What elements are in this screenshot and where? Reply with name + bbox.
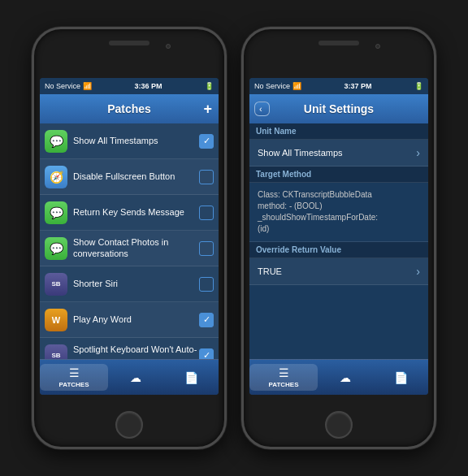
- cloud-tab-icon-2: ☁: [340, 371, 351, 384]
- news-tab-icon: 📄: [184, 371, 198, 384]
- tab-news[interactable]: 📄: [163, 371, 219, 384]
- phone-1-camera: [166, 44, 171, 49]
- list-item-label: Show All Timestamps: [73, 136, 199, 146]
- phone-2-title: Unit Settings: [304, 102, 374, 115]
- phone-2-camera: [375, 44, 380, 49]
- phone-1-list: 💬 Show All Timestamps ✓ 🧭 Disable Fullsc…: [40, 123, 219, 359]
- checkbox-2[interactable]: [199, 170, 214, 184]
- patches-tab-label-2: PATCHES: [268, 381, 298, 388]
- override-arrow-icon: ›: [416, 265, 420, 278]
- phone-1-screen: No Service 📶 3:36 PM 🔋 Patches + 💬 Show …: [40, 78, 219, 395]
- tab-news-2[interactable]: 📄: [373, 371, 428, 384]
- phone-2-status-bar: No Service 📶 3:37 PM 🔋: [249, 78, 428, 94]
- phone-1-title: Patches: [107, 102, 151, 115]
- phone-2-time: 3:37 PM: [344, 82, 372, 90]
- list-item-label: Disable Fullscreen Button: [73, 171, 199, 182]
- phone-2-screen: No Service 📶 3:37 PM 🔋 ‹ Unit Settings U…: [249, 78, 428, 395]
- checkbox-7[interactable]: ✓: [199, 348, 214, 360]
- list-item[interactable]: SB Spotlight Keyboard Won't Auto-open ✓: [40, 338, 219, 359]
- messages-icon-3: 💬: [45, 237, 67, 260]
- back-button[interactable]: ‹: [254, 102, 270, 116]
- unit-name-value: Show All Timestamps: [258, 148, 343, 158]
- patches-tab-icon: ☰: [69, 366, 80, 379]
- phone-2-battery: 🔋: [414, 82, 423, 90]
- list-item[interactable]: SB Shorter Siri: [40, 266, 219, 302]
- list-item[interactable]: 💬 Return Key Sends Message: [40, 195, 219, 231]
- phone-2-status-left: No Service 📶: [254, 82, 301, 90]
- checkmark: ✓: [203, 136, 210, 145]
- section-target-method: Target Method: [249, 167, 428, 183]
- list-item[interactable]: 💬 Show Contact Photos in conversations: [40, 231, 219, 266]
- checkbox-5[interactable]: [199, 277, 214, 292]
- list-item[interactable]: 💬 Show All Timestamps ✓: [40, 123, 219, 159]
- news-tab-icon-2: 📄: [394, 371, 408, 384]
- phone-1-add-button[interactable]: +: [203, 101, 212, 118]
- override-value: TRUE: [258, 266, 282, 276]
- override-row[interactable]: TRUE ›: [249, 258, 428, 285]
- siri-icon: SB: [45, 273, 67, 296]
- phone-2-home-button[interactable]: [325, 411, 353, 439]
- settings-content: Unit Name Show All Timestamps › Target M…: [249, 123, 428, 359]
- cloud-tab-icon: ☁: [130, 371, 141, 384]
- target-method-value: Class: CKTranscriptBubbleDatamethod: - (…: [249, 183, 428, 242]
- battery-icon: 🔋: [205, 82, 214, 90]
- battery-icon-2: 🔋: [414, 82, 423, 90]
- phone-2-title-bar: ‹ Unit Settings: [249, 94, 428, 123]
- checkbox-6[interactable]: ✓: [199, 313, 214, 327]
- list-item-label: Show Contact Photos in conversations: [73, 237, 199, 258]
- wifi-icon: 📶: [83, 82, 92, 90]
- list-item-label: Spotlight Keyboard Won't Auto-open: [73, 344, 199, 359]
- checkbox-1[interactable]: ✓: [199, 134, 214, 149]
- phone-1-home-button[interactable]: [115, 411, 143, 439]
- checkmark: ✓: [203, 351, 210, 359]
- list-item-label: Shorter Siri: [73, 279, 199, 289]
- tab-cloud[interactable]: ☁: [108, 371, 163, 384]
- no-service-label-2: No Service: [254, 82, 290, 90]
- phone-2: No Service 📶 3:37 PM 🔋 ‹ Unit Settings U…: [241, 27, 436, 449]
- list-item-label: Play Any Word: [73, 314, 199, 325]
- phone-1-status-bar: No Service 📶 3:36 PM 🔋: [40, 78, 219, 94]
- phone-1-tab-bar: ☰ PATCHES ☁ 📄: [40, 359, 219, 395]
- phone-1-title-bar: Patches +: [40, 94, 219, 123]
- messages-icon-1: 💬: [45, 130, 67, 153]
- list-item[interactable]: 🧭 Disable Fullscreen Button: [40, 159, 219, 195]
- phone-1-status-left: No Service 📶: [45, 82, 92, 90]
- tab-patches-2[interactable]: ☰ PATCHES: [249, 364, 318, 391]
- row-arrow-icon: ›: [416, 146, 420, 159]
- checkbox-4[interactable]: [199, 241, 214, 256]
- no-service-label: No Service: [45, 82, 80, 90]
- wifi-icon-2: 📶: [292, 82, 301, 90]
- list-item-label: Return Key Sends Message: [73, 207, 199, 218]
- phone-2-speaker: [318, 41, 359, 45]
- unit-name-row[interactable]: Show All Timestamps ›: [249, 140, 428, 167]
- tab-patches[interactable]: ☰ PATCHES: [40, 364, 108, 391]
- section-override: Override Return Value: [249, 242, 428, 258]
- phone-1-time: 3:36 PM: [135, 82, 162, 90]
- checkbox-3[interactable]: [199, 206, 214, 220]
- patches-tab-icon-2: ☰: [279, 366, 289, 379]
- words-icon: W: [45, 309, 67, 331]
- section-unit-name: Unit Name: [249, 123, 428, 140]
- checkmark: ✓: [203, 315, 210, 324]
- safari-icon: 🧭: [45, 166, 67, 188]
- phone-2-tab-bar: ☰ PATCHES ☁ 📄: [249, 359, 428, 395]
- list-item[interactable]: W Play Any Word ✓: [40, 302, 219, 338]
- back-chevron-icon: ‹: [259, 104, 262, 114]
- messages-icon-2: 💬: [45, 201, 67, 224]
- phone-1: No Service 📶 3:36 PM 🔋 Patches + 💬 Show …: [32, 27, 227, 449]
- tab-cloud-2[interactable]: ☁: [318, 371, 373, 384]
- phone-1-battery: 🔋: [205, 82, 214, 90]
- phones-container: No Service 📶 3:36 PM 🔋 Patches + 💬 Show …: [32, 27, 436, 449]
- patches-tab-label: PATCHES: [58, 381, 89, 388]
- sb-icon: SB: [45, 344, 67, 360]
- phone-1-speaker: [109, 41, 150, 45]
